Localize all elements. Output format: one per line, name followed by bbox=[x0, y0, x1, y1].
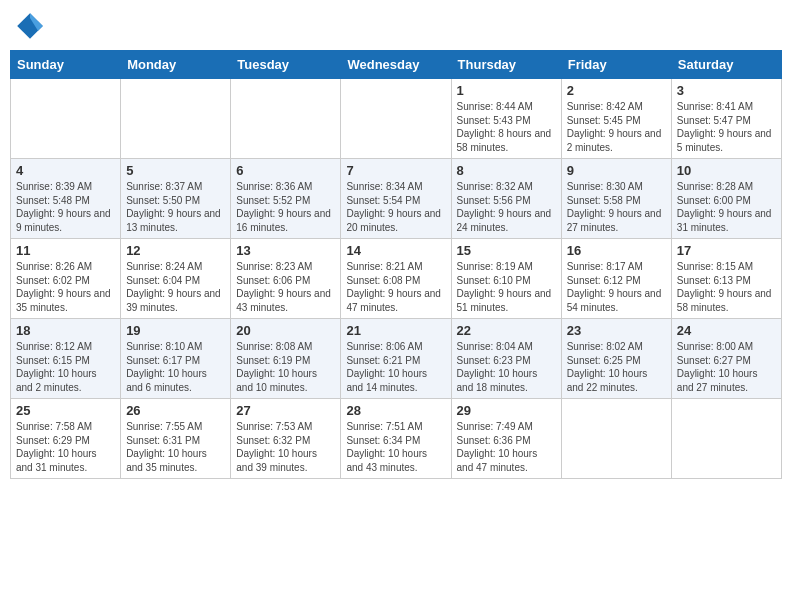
day-info: Sunrise: 8:24 AM Sunset: 6:04 PM Dayligh… bbox=[126, 260, 225, 314]
day-number: 25 bbox=[16, 403, 115, 418]
calendar-cell: 4Sunrise: 8:39 AM Sunset: 5:48 PM Daylig… bbox=[11, 159, 121, 239]
calendar-header-row: SundayMondayTuesdayWednesdayThursdayFrid… bbox=[11, 51, 782, 79]
calendar-cell: 1Sunrise: 8:44 AM Sunset: 5:43 PM Daylig… bbox=[451, 79, 561, 159]
calendar-cell: 18Sunrise: 8:12 AM Sunset: 6:15 PM Dayli… bbox=[11, 319, 121, 399]
day-number: 13 bbox=[236, 243, 335, 258]
calendar-cell bbox=[671, 399, 781, 479]
day-info: Sunrise: 8:02 AM Sunset: 6:25 PM Dayligh… bbox=[567, 340, 666, 394]
day-info: Sunrise: 8:17 AM Sunset: 6:12 PM Dayligh… bbox=[567, 260, 666, 314]
day-number: 7 bbox=[346, 163, 445, 178]
calendar-cell: 15Sunrise: 8:19 AM Sunset: 6:10 PM Dayli… bbox=[451, 239, 561, 319]
day-info: Sunrise: 7:55 AM Sunset: 6:31 PM Dayligh… bbox=[126, 420, 225, 474]
calendar-cell: 16Sunrise: 8:17 AM Sunset: 6:12 PM Dayli… bbox=[561, 239, 671, 319]
day-info: Sunrise: 8:00 AM Sunset: 6:27 PM Dayligh… bbox=[677, 340, 776, 394]
day-number: 19 bbox=[126, 323, 225, 338]
calendar-cell: 9Sunrise: 8:30 AM Sunset: 5:58 PM Daylig… bbox=[561, 159, 671, 239]
calendar-cell: 27Sunrise: 7:53 AM Sunset: 6:32 PM Dayli… bbox=[231, 399, 341, 479]
day-number: 12 bbox=[126, 243, 225, 258]
day-info: Sunrise: 8:34 AM Sunset: 5:54 PM Dayligh… bbox=[346, 180, 445, 234]
calendar-cell bbox=[11, 79, 121, 159]
calendar-week-row: 18Sunrise: 8:12 AM Sunset: 6:15 PM Dayli… bbox=[11, 319, 782, 399]
day-number: 23 bbox=[567, 323, 666, 338]
day-of-week-header: Saturday bbox=[671, 51, 781, 79]
day-info: Sunrise: 7:53 AM Sunset: 6:32 PM Dayligh… bbox=[236, 420, 335, 474]
calendar-cell: 22Sunrise: 8:04 AM Sunset: 6:23 PM Dayli… bbox=[451, 319, 561, 399]
day-number: 26 bbox=[126, 403, 225, 418]
logo-icon bbox=[14, 10, 46, 42]
calendar-cell bbox=[231, 79, 341, 159]
day-info: Sunrise: 8:39 AM Sunset: 5:48 PM Dayligh… bbox=[16, 180, 115, 234]
day-info: Sunrise: 8:12 AM Sunset: 6:15 PM Dayligh… bbox=[16, 340, 115, 394]
calendar-cell bbox=[121, 79, 231, 159]
day-info: Sunrise: 8:21 AM Sunset: 6:08 PM Dayligh… bbox=[346, 260, 445, 314]
day-number: 28 bbox=[346, 403, 445, 418]
calendar-cell: 5Sunrise: 8:37 AM Sunset: 5:50 PM Daylig… bbox=[121, 159, 231, 239]
day-info: Sunrise: 8:36 AM Sunset: 5:52 PM Dayligh… bbox=[236, 180, 335, 234]
day-info: Sunrise: 8:44 AM Sunset: 5:43 PM Dayligh… bbox=[457, 100, 556, 154]
day-info: Sunrise: 7:49 AM Sunset: 6:36 PM Dayligh… bbox=[457, 420, 556, 474]
day-info: Sunrise: 8:41 AM Sunset: 5:47 PM Dayligh… bbox=[677, 100, 776, 154]
day-info: Sunrise: 8:32 AM Sunset: 5:56 PM Dayligh… bbox=[457, 180, 556, 234]
day-number: 22 bbox=[457, 323, 556, 338]
calendar-cell: 2Sunrise: 8:42 AM Sunset: 5:45 PM Daylig… bbox=[561, 79, 671, 159]
day-number: 3 bbox=[677, 83, 776, 98]
day-of-week-header: Tuesday bbox=[231, 51, 341, 79]
day-number: 14 bbox=[346, 243, 445, 258]
calendar-week-row: 11Sunrise: 8:26 AM Sunset: 6:02 PM Dayli… bbox=[11, 239, 782, 319]
day-number: 16 bbox=[567, 243, 666, 258]
day-info: Sunrise: 8:08 AM Sunset: 6:19 PM Dayligh… bbox=[236, 340, 335, 394]
calendar-cell bbox=[341, 79, 451, 159]
day-number: 6 bbox=[236, 163, 335, 178]
day-info: Sunrise: 8:37 AM Sunset: 5:50 PM Dayligh… bbox=[126, 180, 225, 234]
calendar-cell: 24Sunrise: 8:00 AM Sunset: 6:27 PM Dayli… bbox=[671, 319, 781, 399]
calendar-cell bbox=[561, 399, 671, 479]
calendar-cell: 3Sunrise: 8:41 AM Sunset: 5:47 PM Daylig… bbox=[671, 79, 781, 159]
day-number: 8 bbox=[457, 163, 556, 178]
calendar-cell: 6Sunrise: 8:36 AM Sunset: 5:52 PM Daylig… bbox=[231, 159, 341, 239]
calendar-cell: 19Sunrise: 8:10 AM Sunset: 6:17 PM Dayli… bbox=[121, 319, 231, 399]
calendar-cell: 28Sunrise: 7:51 AM Sunset: 6:34 PM Dayli… bbox=[341, 399, 451, 479]
calendar-cell: 26Sunrise: 7:55 AM Sunset: 6:31 PM Dayli… bbox=[121, 399, 231, 479]
day-number: 1 bbox=[457, 83, 556, 98]
day-info: Sunrise: 8:28 AM Sunset: 6:00 PM Dayligh… bbox=[677, 180, 776, 234]
calendar-week-row: 4Sunrise: 8:39 AM Sunset: 5:48 PM Daylig… bbox=[11, 159, 782, 239]
day-info: Sunrise: 8:10 AM Sunset: 6:17 PM Dayligh… bbox=[126, 340, 225, 394]
day-number: 18 bbox=[16, 323, 115, 338]
day-number: 27 bbox=[236, 403, 335, 418]
day-number: 5 bbox=[126, 163, 225, 178]
calendar-week-row: 25Sunrise: 7:58 AM Sunset: 6:29 PM Dayli… bbox=[11, 399, 782, 479]
day-number: 17 bbox=[677, 243, 776, 258]
day-of-week-header: Monday bbox=[121, 51, 231, 79]
day-info: Sunrise: 8:23 AM Sunset: 6:06 PM Dayligh… bbox=[236, 260, 335, 314]
day-of-week-header: Sunday bbox=[11, 51, 121, 79]
page-header bbox=[10, 10, 782, 42]
calendar-cell: 21Sunrise: 8:06 AM Sunset: 6:21 PM Dayli… bbox=[341, 319, 451, 399]
calendar-cell: 25Sunrise: 7:58 AM Sunset: 6:29 PM Dayli… bbox=[11, 399, 121, 479]
day-info: Sunrise: 7:58 AM Sunset: 6:29 PM Dayligh… bbox=[16, 420, 115, 474]
calendar-cell: 17Sunrise: 8:15 AM Sunset: 6:13 PM Dayli… bbox=[671, 239, 781, 319]
logo bbox=[14, 10, 50, 42]
day-of-week-header: Thursday bbox=[451, 51, 561, 79]
day-info: Sunrise: 8:30 AM Sunset: 5:58 PM Dayligh… bbox=[567, 180, 666, 234]
day-number: 4 bbox=[16, 163, 115, 178]
day-info: Sunrise: 8:04 AM Sunset: 6:23 PM Dayligh… bbox=[457, 340, 556, 394]
day-number: 10 bbox=[677, 163, 776, 178]
day-number: 29 bbox=[457, 403, 556, 418]
day-info: Sunrise: 7:51 AM Sunset: 6:34 PM Dayligh… bbox=[346, 420, 445, 474]
calendar-cell: 8Sunrise: 8:32 AM Sunset: 5:56 PM Daylig… bbox=[451, 159, 561, 239]
calendar-cell: 12Sunrise: 8:24 AM Sunset: 6:04 PM Dayli… bbox=[121, 239, 231, 319]
day-of-week-header: Wednesday bbox=[341, 51, 451, 79]
calendar-cell: 14Sunrise: 8:21 AM Sunset: 6:08 PM Dayli… bbox=[341, 239, 451, 319]
calendar-table: SundayMondayTuesdayWednesdayThursdayFrid… bbox=[10, 50, 782, 479]
day-info: Sunrise: 8:06 AM Sunset: 6:21 PM Dayligh… bbox=[346, 340, 445, 394]
day-number: 11 bbox=[16, 243, 115, 258]
calendar-cell: 10Sunrise: 8:28 AM Sunset: 6:00 PM Dayli… bbox=[671, 159, 781, 239]
day-info: Sunrise: 8:26 AM Sunset: 6:02 PM Dayligh… bbox=[16, 260, 115, 314]
day-number: 15 bbox=[457, 243, 556, 258]
calendar-cell: 20Sunrise: 8:08 AM Sunset: 6:19 PM Dayli… bbox=[231, 319, 341, 399]
calendar-week-row: 1Sunrise: 8:44 AM Sunset: 5:43 PM Daylig… bbox=[11, 79, 782, 159]
day-number: 9 bbox=[567, 163, 666, 178]
day-info: Sunrise: 8:15 AM Sunset: 6:13 PM Dayligh… bbox=[677, 260, 776, 314]
day-info: Sunrise: 8:42 AM Sunset: 5:45 PM Dayligh… bbox=[567, 100, 666, 154]
calendar-cell: 13Sunrise: 8:23 AM Sunset: 6:06 PM Dayli… bbox=[231, 239, 341, 319]
